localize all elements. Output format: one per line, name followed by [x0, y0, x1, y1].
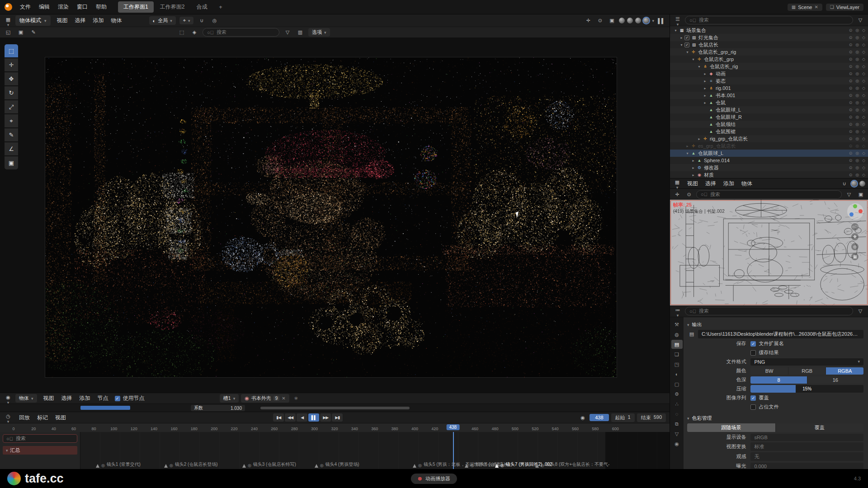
tool-move[interactable]: ✥ — [5, 72, 18, 85]
overlays-toggle-icon[interactable]: ⊙ — [684, 190, 693, 198]
cm-value-field[interactable]: 标准 — [750, 442, 863, 451]
expand-arrow-icon[interactable]: ▸ — [684, 144, 690, 148]
tool-measure[interactable]: ∠ — [5, 142, 18, 155]
disable-render-icon[interactable]: ◇ — [862, 108, 865, 112]
hide-eye-icon[interactable]: ⊙ — [849, 173, 853, 177]
outliner-row[interactable]: ▸✛es_grp_仓鼠店长⊙◎◇ — [670, 142, 868, 150]
node-value-slider[interactable]: 系数 1.030 — [191, 405, 245, 411]
expand-arrow-icon[interactable]: ▸ — [690, 159, 696, 163]
outliner-search[interactable]: ○⃘ 搜索 — [685, 16, 853, 24]
x-axis-dot[interactable] — [859, 209, 863, 213]
menu-文件[interactable]: 文件 — [16, 2, 35, 12]
expand-arrow-icon[interactable]: ▸ — [702, 94, 708, 98]
disable-render-icon[interactable]: ◇ — [862, 50, 865, 54]
workspace-tab-合成[interactable]: 合成 — [191, 1, 212, 13]
outliner-row[interactable]: ▸◆动画⊙◎◇ — [670, 70, 868, 77]
hide-eye-icon[interactable]: ⊙ — [849, 129, 853, 134]
disable-viewport-icon[interactable]: ◎ — [855, 173, 859, 177]
shader-type-select[interactable]: 物体 ▾ — [15, 394, 37, 403]
horizontal-scrollbar[interactable] — [260, 407, 410, 409]
move-icon[interactable]: ✥ — [851, 233, 859, 240]
workspace-tab-工作界面2[interactable]: 工作界面2 — [155, 1, 190, 13]
xray-toggle-icon[interactable]: ▣ — [607, 17, 616, 25]
scene-selector[interactable]: ▦ Scene ✕ — [788, 4, 822, 11]
disable-render-icon[interactable]: ◇ — [862, 165, 865, 170]
filter-icon[interactable]: ▽ — [844, 190, 854, 198]
expand-arrow-icon[interactable]: ▾ — [679, 43, 684, 47]
disable-viewport-icon[interactable]: ◎ — [855, 86, 859, 90]
shader-menu-视图[interactable]: 视图 — [40, 393, 58, 404]
outliner-row[interactable]: ▲仓鼠领结⊙◎◇ — [670, 121, 868, 128]
disable-viewport-icon[interactable]: ◎ — [855, 151, 859, 155]
tab-view-layer[interactable]: ❏ — [671, 350, 683, 359]
vp2-menu-物体[interactable]: 物体 — [738, 178, 756, 189]
hide-eye-icon[interactable]: ⊙ — [849, 93, 853, 98]
color-management-panel-title[interactable]: ▾色彩管理 — [687, 415, 863, 422]
filter-icon[interactable]: ▽ — [856, 307, 865, 315]
color-option-RGB[interactable]: RGB — [788, 367, 826, 375]
output-path-field[interactable]: C:\Users\11613\Desktop\blender课程制作\...26… — [698, 330, 863, 338]
collection-checkbox[interactable]: ✓ — [684, 35, 689, 40]
tab-output[interactable]: ▤ — [671, 340, 683, 349]
shading-solid-icon[interactable] — [627, 18, 633, 23]
cm-value-field[interactable]: sRGB — [750, 434, 863, 441]
menu-编辑[interactable]: 编辑 — [35, 2, 54, 12]
vp2-search[interactable]: ○⃘ 搜索 — [696, 190, 842, 199]
shader-menu-添加[interactable]: 添加 — [76, 393, 94, 404]
transport-next-keyframe[interactable]: ▶▶ — [320, 413, 331, 422]
disable-render-icon[interactable]: ◇ — [862, 57, 865, 61]
disable-viewport-icon[interactable]: ◎ — [855, 136, 859, 141]
viewport-menu-视图[interactable]: 视图 — [53, 15, 71, 26]
hide-eye-icon[interactable]: ⊙ — [849, 122, 853, 127]
rendered-viewport-canvas[interactable] — [45, 57, 617, 377]
outliner-row[interactable]: ▸▲Sphere.014⊙◎◇ — [670, 157, 868, 164]
grid-icon[interactable]: ▦ — [851, 253, 859, 260]
unlink-scene-icon[interactable]: ✕ — [814, 5, 818, 9]
frame-end-field[interactable]: 结束 590 — [637, 413, 666, 422]
color-option-RGBA[interactable]: RGBA — [826, 367, 863, 375]
hide-eye-icon[interactable]: ⊙ — [849, 151, 853, 155]
shader-menu-选择[interactable]: 选择 — [58, 393, 76, 404]
animation-player-pill[interactable]: ⊗ 动画播放器 — [411, 474, 457, 484]
disable-viewport-icon[interactable]: ◎ — [855, 108, 859, 112]
timeline-marker[interactable]: ◎镜头1 (背景交代) — [96, 461, 141, 468]
timeline-marker[interactable]: ◎镜头8 (双方+仓鼠店长：不要气- — [535, 461, 610, 468]
editor-type-icon[interactable]: ◉▾ — [4, 394, 13, 403]
disable-render-icon[interactable]: ◇ — [862, 115, 865, 119]
hide-eye-icon[interactable]: ⊙ — [849, 64, 853, 69]
mode-selector[interactable]: 物体模式 ▾ — [15, 15, 51, 26]
transport-jump-end[interactable]: ▶▮ — [332, 413, 343, 422]
hide-eye-icon[interactable]: ⊙ — [849, 100, 853, 105]
disable-render-icon[interactable]: ◇ — [862, 100, 865, 105]
expand-arrow-icon[interactable]: ▾ — [684, 50, 690, 54]
render-region-icon[interactable]: ▣ — [856, 190, 865, 198]
brush-icon[interactable]: ✎ — [29, 28, 38, 37]
shader-editor-body[interactable]: 系数 1.030 — [0, 404, 670, 412]
tab-modifiers[interactable]: ⚙ — [671, 389, 683, 399]
tool-scale[interactable]: ⤢ — [5, 100, 18, 113]
summary-channel[interactable]: ▾ 汇总 — [3, 446, 77, 455]
disable-viewport-icon[interactable]: ◎ — [855, 115, 859, 119]
disable-viewport-icon[interactable]: ◎ — [855, 93, 859, 98]
timeline-marker[interactable]: ◎镜头4 (男孩登场) — [315, 461, 359, 468]
outliner-row[interactable]: ▸◉材质⊙◎◇ — [670, 171, 868, 178]
cm-value-field[interactable]: 无 — [750, 452, 863, 461]
material-users-count[interactable]: 9 — [274, 396, 280, 401]
outliner-row[interactable]: ▸⚙修改器⊙◎◇ — [670, 164, 868, 171]
disable-render-icon[interactable]: ◇ — [862, 86, 865, 90]
disable-viewport-icon[interactable]: ◎ — [855, 64, 859, 69]
playhead-frame-badge[interactable]: 438 — [446, 424, 459, 430]
tool-cursor[interactable]: ✛ — [5, 58, 18, 71]
camera-icon[interactable]: ◎ — [851, 243, 859, 250]
current-frame-field[interactable]: 438 — [590, 414, 609, 421]
filter-icon[interactable]: ▽ — [283, 28, 292, 37]
disable-viewport-icon[interactable]: ◎ — [855, 144, 859, 148]
workspace-tab-工作界面1[interactable]: 工作界面1 — [118, 1, 154, 13]
outliner-row[interactable]: ▲仓鼠眼球_L⊙◎◇ — [670, 106, 868, 113]
disable-viewport-icon[interactable]: ◎ — [855, 57, 859, 61]
transport-prev-keyframe[interactable]: ◀◀ — [285, 413, 296, 422]
folder-icon[interactable]: ▤ — [687, 330, 696, 338]
camera-render-frame[interactable] — [45, 57, 617, 377]
cache-result-toggle-checkbox[interactable] — [750, 350, 756, 356]
hide-eye-icon[interactable]: ⊙ — [849, 165, 853, 170]
